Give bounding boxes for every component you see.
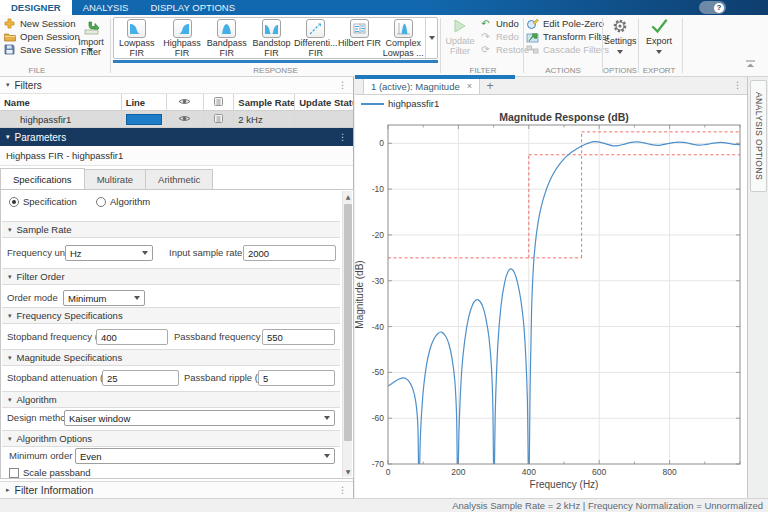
filters-menu-icon[interactable]: ⋮ [338,80,347,90]
transform-filter-button[interactable]: Transform Filter [526,30,610,43]
chevron-down-icon [134,296,140,300]
svg-text:0: 0 [379,138,384,148]
question-mark-icon: ? [714,3,724,13]
minimum-order-dropdown[interactable]: Even [75,448,335,464]
divider [638,18,639,73]
lowpass-label-2: FIR [114,49,160,59]
import-filter-label-1: Import [74,37,108,47]
col-header-sample-rate: Sample Rate [234,94,295,111]
document-tab-strip: 1 (active): Magnitude × + ⋮ [355,77,747,95]
settings-dropdown-caret [617,50,623,54]
design-method-dropdown[interactable]: Kaiser window [64,410,335,426]
complex-lowpass-label-2: Lowpas ... [381,49,425,59]
help-button[interactable]: ? [699,1,726,14]
design-method-value: Kaiser window [69,413,130,424]
undo-button[interactable]: ↶ Undo [479,17,529,30]
filter-line-cell[interactable] [122,111,167,128]
export-button[interactable]: Export [640,18,678,56]
algorithm-options-section-header[interactable]: ▾ Algorithm Options [2,430,340,447]
scale-passband-checkbox[interactable]: Scale passband [9,467,91,478]
complex-lowpass-icon [394,19,413,38]
lowpass-icon [127,19,146,38]
hilbert-fir-button[interactable]: Hilbert FIR [338,18,382,58]
tab-display-options[interactable]: DISPLAY OPTIONS [139,0,246,15]
sample-rate-section-header[interactable]: ▾ Sample Rate [2,221,340,238]
bandpass-fir-button[interactable]: Bandpass FIR [204,18,249,58]
response-gallery-expand-button[interactable] [425,18,437,58]
differentiator-label-2: FIR [294,49,338,59]
save-disk-icon [3,43,16,56]
tab-analysis[interactable]: ANALYSIS [72,0,140,15]
algorithm-section-header[interactable]: ▾ Algorithm [2,391,340,408]
parameters-menu-icon[interactable]: ⋮ [338,132,347,142]
radio-specification[interactable]: Specification [9,196,77,207]
scroll-up-arrow[interactable]: ▲ [343,191,353,202]
input-sample-rate-field[interactable] [243,245,336,261]
new-analysis-tab-button[interactable]: + [480,77,500,94]
line-color-swatch[interactable] [126,114,162,125]
parameters-section-header[interactable]: ▾ Parameters ⋮ [0,128,353,146]
differentiator-fir-button[interactable]: Differenti... FIR [294,18,338,58]
passband-frequency-field[interactable] [262,329,335,345]
svg-text:-70: -70 [372,459,385,469]
lowpass-fir-button[interactable]: Lowpass FIR [114,18,160,58]
frequency-units-dropdown[interactable]: Hz [65,245,153,261]
radio-algorithm[interactable]: Algorithm [96,196,150,207]
tab-arithmetic[interactable]: Arithmetic [145,169,213,189]
scroll-down-arrow[interactable]: ▼ [343,466,353,477]
visibility-toggle[interactable] [167,111,205,128]
filters-section-header[interactable]: ▾ Filters ⋮ [0,77,353,94]
tab-multirate[interactable]: Multirate [84,169,146,189]
import-filter-button[interactable]: Import Filter [74,18,108,57]
legend-toggle[interactable] [204,111,234,128]
passband-ripple-field[interactable] [258,370,335,386]
redo-button[interactable]: ↷ Redo [479,30,529,43]
restore-icon: ⟳ [479,43,492,56]
tab-specifications[interactable]: Specifications [0,168,85,189]
bandstop-label-2: FIR [249,49,294,59]
stopband-attenuation-field[interactable] [102,370,179,386]
frequency-specifications-title: Frequency Specifications [17,310,123,321]
filter-row-highpassfir1[interactable]: highpassfir1 2 kHz [0,111,353,128]
update-filter-label-1: Update [443,36,477,46]
filter-order-section-header[interactable]: ▾ Filter Order [2,268,340,285]
filter-group-label: FILTER [443,66,523,75]
frequency-specifications-section-header[interactable]: ▾ Frequency Specifications [2,307,340,324]
actions-group-label: ACTIONS [524,66,602,75]
stopband-frequency-field[interactable] [96,329,168,345]
filter-designer-app: DESIGNER ANALYSIS DISPLAY OPTIONS ? New … [0,0,768,512]
status-bar: Analysis Sample Rate = 2 kHz | Frequency… [0,498,768,512]
collapse-triangle-icon: ▾ [8,226,12,234]
close-icon[interactable]: × [467,81,472,91]
document-menu-icon[interactable]: ⋮ [733,80,742,90]
bandstop-fir-button[interactable]: Bandstop FIR [249,18,294,58]
magnitude-document-tab[interactable]: 1 (active): Magnitude × [363,77,480,94]
filter-information-section-header[interactable]: ▸ Filter Information ⋮ [0,481,353,498]
col-header-name: Name [0,94,122,111]
magnitude-specifications-section-header[interactable]: ▾ Magnitude Specifications [2,349,340,366]
tab-designer[interactable]: DESIGNER [0,0,72,15]
radio-specification-label: Specification [23,196,77,207]
transform-filter-icon [526,30,539,43]
settings-button[interactable]: Settings [604,18,636,56]
restore-button[interactable]: ⟳ Restore [479,43,529,56]
collapse-ribbon-button[interactable] [745,59,756,70]
col-header-line: Line [122,94,167,111]
scrollbar-thumb[interactable] [344,204,352,441]
open-session-label: Open Session [20,31,80,42]
radio-button-icon [96,197,106,207]
complex-lowpass-fir-button[interactable]: Complex Lowpas ... [381,18,425,58]
highpass-fir-button[interactable]: Highpass FIR [160,18,205,58]
parameters-scrollbar[interactable]: ▲ ▼ [342,191,352,477]
cascade-filters-button[interactable]: Cascade Filters [526,43,610,56]
update-filter-button[interactable]: Update Filter [443,18,477,56]
bandpass-label-2: FIR [204,49,249,59]
order-mode-dropdown[interactable]: Minimum [63,290,145,306]
analysis-options-tab[interactable]: ANALYSIS OPTIONS [750,80,767,192]
filter-information-menu-icon[interactable]: ⋮ [338,485,347,495]
design-method-label: Design method [7,410,71,426]
edit-pole-zero-button[interactable]: Edit Pole-Zero [526,17,610,30]
magnitude-response-chart[interactable]: 0200400600800-70-60-50-40-30-20-100Magni… [355,112,747,498]
divider [682,18,683,73]
collapse-triangle-icon: ▾ [6,133,10,141]
